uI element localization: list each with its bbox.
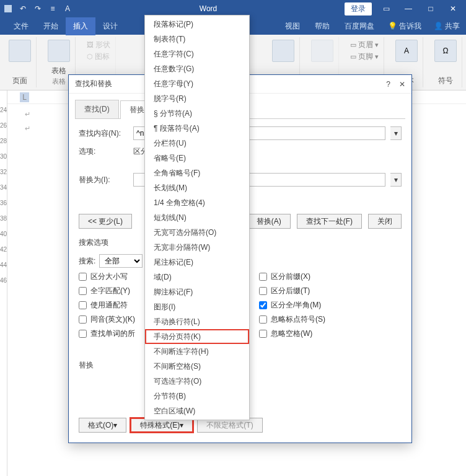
checkbox-label: 同音(英文)(K) xyxy=(90,314,135,325)
search-direction-label: 搜索: xyxy=(79,256,95,267)
redo-icon[interactable]: ↷ xyxy=(33,4,42,13)
menu-item[interactable]: 空白区域(W) xyxy=(145,403,249,418)
close-button[interactable]: 关闭 xyxy=(368,214,402,229)
menu-item[interactable]: 长划线(M) xyxy=(145,180,249,195)
checkbox[interactable] xyxy=(79,301,87,309)
tab-baidu[interactable]: 百度网盘 xyxy=(337,17,382,35)
menu-item[interactable]: 可选连字符(O) xyxy=(145,374,249,389)
menu-item[interactable]: 任意字母(Y) xyxy=(145,76,249,91)
checkbox-label: 使用通配符 xyxy=(90,300,128,311)
checkbox[interactable] xyxy=(259,315,267,324)
qat-icon[interactable]: A xyxy=(63,4,72,13)
menu-item[interactable]: 图形(I) xyxy=(145,299,249,314)
save-icon[interactable] xyxy=(4,4,12,13)
format-button[interactable]: 格式(O) ▾ xyxy=(79,418,126,433)
tell-me[interactable]: 💡告诉我 xyxy=(382,17,428,35)
menu-item[interactable]: 全角省略号(F) xyxy=(145,165,249,180)
help-icon[interactable]: ? xyxy=(386,80,390,89)
checkbox[interactable] xyxy=(79,273,87,281)
label-replace: 替换为(I): xyxy=(79,175,128,185)
undo-icon[interactable]: ↶ xyxy=(19,4,27,13)
tab-find[interactable]: 查找(D) xyxy=(75,100,119,118)
menu-item[interactable]: 分节符(B) xyxy=(145,389,249,403)
tab-help[interactable]: 帮助 xyxy=(307,17,337,35)
checkbox-label: 区分后缀(T) xyxy=(271,286,310,296)
close-icon[interactable]: ✕ xyxy=(445,4,461,13)
group-page[interactable]: 页面 xyxy=(4,37,37,87)
menu-item[interactable]: 手动分页符(K) xyxy=(145,329,249,344)
menu-item[interactable]: 脚注标记(F) xyxy=(145,284,249,299)
vertical-ruler: 242628303234363840424446 xyxy=(0,90,7,476)
checkbox[interactable] xyxy=(259,287,267,295)
menu-item[interactable]: 无宽可选分隔符(O) xyxy=(145,225,249,240)
checkbox[interactable] xyxy=(79,287,87,295)
checkbox[interactable] xyxy=(259,273,267,281)
tab-file[interactable]: 文件 xyxy=(6,17,36,35)
search-direction-select[interactable]: 全部 xyxy=(99,254,143,268)
checkbox-label: 忽略标点符号(S) xyxy=(271,314,325,325)
find-dropdown-icon[interactable]: ▾ xyxy=(390,126,402,140)
menu-item[interactable]: 手动换行符(L) xyxy=(145,314,249,329)
label-options: 选项: xyxy=(79,146,128,157)
menu-item[interactable]: 分栏符(U) xyxy=(145,136,249,151)
menu-item[interactable]: 无宽非分隔符(W) xyxy=(145,240,249,255)
menu-item[interactable]: 域(D) xyxy=(145,270,249,284)
replace-button[interactable]: 替换(A) xyxy=(247,214,291,229)
svg-rect-0 xyxy=(4,5,12,12)
checkbox[interactable] xyxy=(79,315,87,324)
menu-item[interactable]: 脱字号(R) xyxy=(145,91,249,106)
menu-item[interactable]: 省略号(E) xyxy=(145,151,249,165)
checkbox-label: 区分大小写 xyxy=(90,271,128,282)
menu-item[interactable]: 短划线(N) xyxy=(145,210,249,225)
menu-item[interactable]: 1/4 全角空格(4) xyxy=(145,195,249,210)
special-format-menu: 段落标记(P)制表符(T)任意字符(C)任意数字(G)任意字母(Y)脱字号(R)… xyxy=(144,15,250,420)
app-title: Word xyxy=(72,4,345,13)
dialog-close-icon[interactable]: ✕ xyxy=(399,80,405,89)
checkbox-label: 区分全/半角(M) xyxy=(271,300,321,311)
checkbox-label: 区分前缀(X) xyxy=(271,271,310,282)
menu-item[interactable]: § 分节符(A) xyxy=(145,106,249,121)
qat-icon[interactable]: ≡ xyxy=(48,4,57,13)
checkbox[interactable] xyxy=(259,330,267,338)
tab-insert[interactable]: 插入 xyxy=(66,17,95,35)
share-button[interactable]: 👤共享 xyxy=(428,17,466,35)
less-button[interactable]: << 更少(L) xyxy=(79,214,132,229)
menu-item[interactable]: 任意数字(G) xyxy=(145,61,249,76)
checkbox-label: 查找单词的所 xyxy=(90,328,135,339)
menu-item[interactable]: 任意字符(C) xyxy=(145,46,249,61)
find-next-button[interactable]: 查找下一处(F) xyxy=(297,214,362,229)
tab-design[interactable]: 设计 xyxy=(95,17,125,35)
replace-dropdown-icon[interactable]: ▾ xyxy=(390,173,402,187)
menu-item[interactable]: 尾注标记(E) xyxy=(145,255,249,270)
menu-item[interactable]: 不间断空格(S) xyxy=(145,359,249,374)
menu-item[interactable]: 段落标记(P) xyxy=(145,17,249,32)
menu-item[interactable]: ¶ 段落符号(A) xyxy=(145,121,249,136)
group-symbol[interactable]: Ω符号 xyxy=(429,37,462,87)
tab-view[interactable]: 视图 xyxy=(278,17,307,35)
login-button[interactable]: 登录 xyxy=(345,2,372,15)
tab-start[interactable]: 开始 xyxy=(36,17,66,35)
dialog-title: 查找和替换 xyxy=(75,79,112,89)
menu-item[interactable]: 不间断连字符(H) xyxy=(145,344,249,359)
label-find: 查找内容(N): xyxy=(79,128,128,139)
window-options-icon[interactable]: ▭ xyxy=(378,4,394,13)
checkbox[interactable] xyxy=(79,330,87,338)
checkbox[interactable] xyxy=(259,301,267,309)
menu-item[interactable]: 制表符(T) xyxy=(145,32,249,46)
checkbox-label: 全字匹配(Y) xyxy=(90,286,130,296)
maximize-icon[interactable]: □ xyxy=(423,4,439,13)
checkbox-label: 忽略空格(W) xyxy=(271,328,312,339)
minimize-icon[interactable]: — xyxy=(400,4,416,13)
